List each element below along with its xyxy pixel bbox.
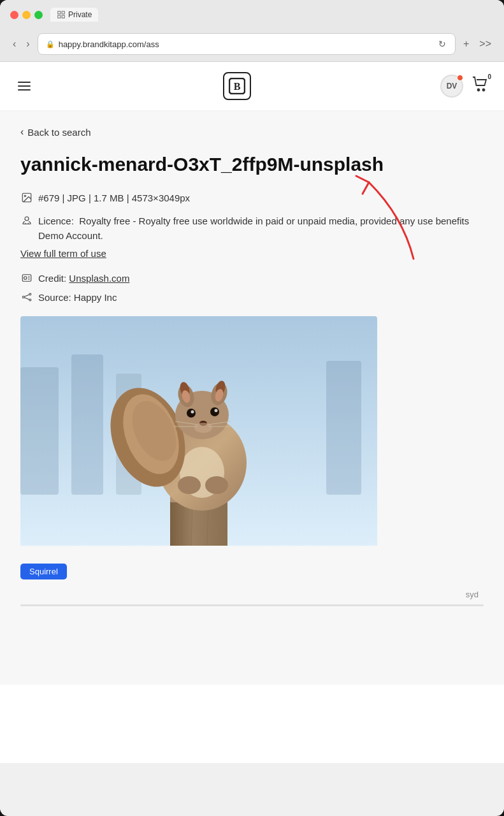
asset-title: yannick-menard-O3xT_2ffp9M-unsplash	[20, 153, 484, 176]
hamburger-line	[18, 82, 31, 83]
header-actions: DV 0	[440, 75, 489, 98]
tab-label: Private	[68, 10, 92, 19]
cart-button[interactable]: 0	[472, 76, 489, 96]
svg-point-48	[178, 476, 201, 494]
minimize-button[interactable]	[22, 11, 31, 19]
notification-dot	[457, 75, 463, 81]
app-header: B DV 0	[0, 62, 504, 111]
logo: B	[223, 72, 251, 100]
back-to-search-label: Back to search	[27, 127, 90, 138]
svg-rect-3	[62, 15, 64, 18]
logo-icon: B	[229, 78, 245, 94]
svg-point-40	[191, 411, 194, 414]
page-content: B DV 0	[0, 62, 504, 763]
menu-button[interactable]	[15, 79, 33, 93]
svg-rect-17	[20, 367, 59, 495]
cart-count: 0	[487, 73, 491, 80]
asset-meta-text: #679 | JPG | 1.7 MB | 4573×3049px	[38, 193, 190, 203]
footer-text: syd	[20, 590, 484, 599]
maximize-button[interactable]	[34, 11, 43, 19]
licence-icon	[20, 214, 33, 227]
svg-point-49	[205, 476, 228, 494]
back-button[interactable]: ‹	[10, 37, 18, 51]
svg-point-13	[22, 296, 24, 298]
address-bar[interactable]: 🔒 happy.brandkitapp.com/ass ↻	[38, 33, 456, 55]
more-button[interactable]: >>	[477, 37, 494, 51]
svg-rect-1	[62, 11, 64, 14]
lock-icon: 🔒	[46, 40, 55, 48]
svg-rect-18	[71, 354, 103, 495]
svg-text:B: B	[233, 81, 240, 92]
tag-squirrel[interactable]: Squirrel	[20, 564, 67, 579]
svg-point-38	[187, 409, 196, 418]
scroll-hint-bar	[20, 604, 484, 606]
svg-rect-0	[58, 11, 61, 14]
reload-button[interactable]: ↻	[437, 38, 447, 50]
squirrel-image	[20, 316, 377, 546]
credit-text: Credit: Unsplash.com	[38, 273, 129, 284]
credit-row: Credit: Unsplash.com	[20, 272, 484, 284]
hamburger-line	[18, 85, 31, 87]
source-text: Source: Happy Inc	[38, 292, 117, 303]
avatar-initials: DV	[447, 82, 457, 91]
url-text: happy.brandkitapp.com/ass	[59, 40, 433, 49]
traffic-lights	[10, 11, 43, 19]
licence-text: Licence: Royalty free - Royalty free use…	[38, 214, 484, 243]
credit-link[interactable]: Unsplash.com	[69, 273, 129, 284]
back-chevron-icon: ‹	[20, 126, 24, 138]
svg-point-6	[478, 89, 480, 91]
browser-window: Private ‹ › 🔒 happy.brandkitapp.com/ass …	[0, 0, 504, 816]
view-terms-link[interactable]: View full term of use	[20, 248, 106, 259]
svg-point-39	[210, 407, 219, 416]
forward-button[interactable]: ›	[24, 37, 32, 51]
source-row: Source: Happy Inc	[20, 291, 484, 303]
svg-point-7	[483, 89, 485, 91]
svg-rect-20	[326, 361, 361, 495]
asset-meta-row: #679 | JPG | 1.7 MB | 4573×3049px	[20, 191, 484, 204]
avatar-button[interactable]: DV	[440, 75, 463, 98]
tab-bar: Private	[50, 8, 494, 22]
hamburger-line	[18, 89, 31, 91]
back-to-search-link[interactable]: ‹ Back to search	[20, 126, 484, 138]
close-button[interactable]	[10, 11, 18, 19]
licence-row: Licence: Royalty free - Royalty free use…	[20, 214, 484, 243]
browser-actions: + >>	[461, 37, 494, 51]
source-icon	[20, 291, 33, 303]
svg-point-41	[215, 409, 218, 412]
svg-point-15	[29, 299, 31, 301]
nav-bar: ‹ › 🔒 happy.brandkitapp.com/ass ↻ + >>	[10, 28, 494, 61]
main-content: ‹ Back to search yannick-menard-O3xT_2ff…	[0, 111, 504, 685]
asset-image-container	[20, 316, 377, 548]
svg-rect-2	[58, 15, 61, 18]
credit-icon	[20, 272, 33, 284]
new-tab-button[interactable]: +	[461, 37, 472, 51]
svg-point-10	[25, 217, 29, 221]
svg-point-9	[24, 195, 25, 196]
svg-point-12	[24, 277, 27, 280]
svg-point-14	[29, 293, 31, 295]
tab-icon	[57, 10, 66, 19]
image-meta-icon	[20, 191, 33, 204]
browser-chrome: Private ‹ › 🔒 happy.brandkitapp.com/ass …	[0, 0, 504, 62]
cart-icon	[472, 76, 489, 92]
active-tab[interactable]: Private	[50, 8, 98, 22]
